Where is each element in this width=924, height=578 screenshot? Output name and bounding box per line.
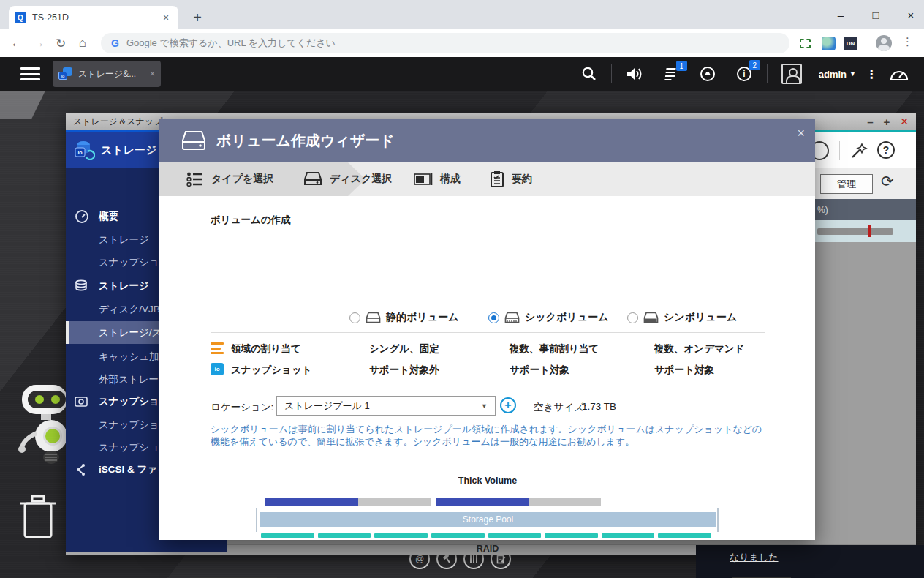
browser-menu-icon[interactable]: ⋮	[902, 35, 913, 48]
wizard-body: ボリュームの作成 静的ボリューム シックボリューム シンボリューム	[159, 196, 815, 540]
reload-icon[interactable]: ↻	[50, 36, 72, 51]
wizard-steps-bar: タイプを選択 ディスク選択 構成	[159, 162, 815, 196]
radio-circle-icon[interactable]	[488, 312, 499, 323]
volume-icon[interactable]	[626, 66, 645, 82]
storage-pool-bar: Storage Pool	[260, 512, 716, 527]
open-app-tab-label: ストレージ&...	[78, 68, 147, 80]
topbar-divider	[767, 64, 768, 83]
window-minimize-icon[interactable]: –	[833, 9, 848, 21]
home-icon[interactable]: ⌂	[72, 36, 94, 50]
disks-icon	[75, 279, 91, 293]
browser-profile-avatar[interactable]	[876, 35, 892, 51]
step-select-disks: ディスク選択	[303, 162, 392, 196]
dashboard-icon[interactable]	[889, 66, 909, 82]
svg-text:i: i	[743, 69, 745, 79]
forward-icon: →	[28, 36, 50, 50]
dn-extension-icon[interactable]: DN	[844, 37, 857, 50]
feature-row-snapshot: io スナップショット サポート対象外 サポート対象 サポート対象	[159, 361, 815, 379]
share-branch-icon	[75, 463, 91, 476]
nas-close-icon[interactable]: ✕	[900, 116, 909, 127]
wizard-wand-icon[interactable]	[849, 141, 868, 160]
gauge-icon	[75, 209, 91, 224]
storage-snapshot-app-icon: io	[73, 140, 95, 160]
notification-link[interactable]: なりました	[730, 551, 779, 564]
diagram-volume-label: Thick Volume	[257, 476, 718, 486]
user-avatar-icon[interactable]	[781, 64, 802, 84]
create-volume-label: ボリュームの作成	[211, 214, 291, 227]
browser-titlebar: Q TS-251D × + – □ ×	[0, 0, 924, 29]
radio-thin-volume[interactable]: シンボリューム	[627, 309, 737, 326]
nas-minimize-icon[interactable]: –	[867, 116, 873, 128]
qbot-mascot-image	[13, 382, 67, 478]
event-badge: 1	[676, 61, 687, 71]
radio-circle-icon[interactable]	[627, 312, 638, 323]
usage-progress-bar	[817, 228, 893, 235]
search-icon[interactable]	[581, 66, 597, 82]
nas-maximize-icon[interactable]: +	[884, 116, 890, 128]
toolbar-divider	[904, 141, 904, 160]
browser-tab[interactable]: Q TS-251D ×	[9, 6, 178, 29]
background-tasks-icon[interactable]	[699, 65, 716, 83]
notification-panel: なりました	[696, 545, 924, 578]
svg-text:io: io	[77, 150, 82, 155]
new-tab-button[interactable]: +	[187, 7, 208, 28]
raid-segments	[261, 533, 711, 538]
screen: Q TS-251D × + – □ × ← → ↻ ⌂ G Google で検索…	[0, 0, 924, 578]
add-pool-button[interactable]: +	[500, 397, 516, 413]
topbar-divider	[611, 64, 612, 83]
snapshot-io-icon: io	[211, 363, 224, 375]
thick-volume-bar	[436, 498, 601, 506]
recycle-bin-icon[interactable]	[19, 493, 57, 540]
type-list-icon	[186, 171, 204, 187]
snapshot-camera-icon	[75, 396, 91, 408]
feature-row-allocation: 領域の割り当て シングル、固定 複数、事前割り当て 複数、オンデマンド	[159, 340, 815, 358]
address-bar[interactable]: G Google で検索するか、URL を入力してください	[101, 33, 789, 53]
window-close-icon[interactable]: ×	[904, 9, 918, 21]
static-volume-icon	[366, 312, 381, 324]
app-tab-close-icon[interactable]: ×	[150, 69, 155, 79]
summary-clipboard-icon	[490, 170, 504, 188]
refresh-icon[interactable]: ⟳	[881, 173, 894, 190]
manage-button[interactable]: 管理	[820, 174, 873, 194]
open-app-tab[interactable]: io ストレージ&... ×	[53, 61, 161, 87]
dialog-header: ボリューム作成ウィザード ×	[159, 119, 815, 162]
dialog-title: ボリューム作成ウィザード	[216, 131, 395, 151]
radio-static-volume[interactable]: 静的ボリューム	[349, 309, 458, 326]
browser-toolbar: ← → ↻ ⌂ G Google で検索するか、URL を入力してください DN…	[0, 29, 924, 57]
free-size-value: 1.73 TB	[582, 401, 616, 412]
step-configure: 構成	[414, 162, 461, 196]
thick-volume-bar	[265, 498, 431, 506]
google-g-icon: G	[111, 37, 119, 49]
globe-extension-icon[interactable]	[822, 37, 836, 50]
main-menu-icon[interactable]	[20, 67, 40, 80]
user-menu[interactable]: admin	[819, 69, 847, 80]
location-value: ストレージプール 1	[284, 399, 481, 413]
info-icon[interactable]: i 2	[735, 65, 753, 83]
chevron-down-icon: ▼	[481, 402, 488, 410]
user-caret-icon[interactable]: ▼	[849, 70, 856, 78]
step-select-type: タイプを選択	[186, 162, 273, 196]
free-size-label: 空きサイズ:	[534, 401, 587, 414]
qts-topbar: io ストレージ&... × 1 i 2	[0, 57, 924, 91]
location-label: ロケーション:	[211, 401, 273, 414]
screenshot-extension-icon[interactable]	[800, 39, 811, 48]
volume-icon	[181, 130, 206, 151]
location-select[interactable]: ストレージプール 1 ▼	[276, 396, 496, 416]
back-icon[interactable]: ←	[6, 36, 28, 50]
toolbar-divider	[839, 141, 840, 160]
pool-end-cap	[256, 508, 257, 532]
volume-type-description: シックボリュームは事前に割り当てられたストレージプール領域に作成されます。シック…	[211, 423, 770, 448]
radio-circle-icon[interactable]	[349, 312, 360, 323]
capacity-bar-icon	[414, 173, 433, 186]
table-header-fragment: %)	[817, 205, 828, 215]
help-icon[interactable]: ?	[877, 141, 895, 159]
window-maximize-icon[interactable]: □	[868, 9, 883, 21]
radio-thick-volume[interactable]: シックボリューム	[488, 309, 608, 326]
sidebar-app-title: ストレージ	[101, 143, 156, 157]
storage-app-icon: io	[58, 67, 73, 80]
tab-close-icon[interactable]: ×	[159, 11, 173, 24]
dialog-close-icon[interactable]: ×	[797, 126, 805, 141]
toolbar-divider	[866, 37, 866, 50]
more-options-icon[interactable]: ⋮	[866, 72, 870, 76]
event-log-icon[interactable]: 1	[664, 66, 680, 82]
